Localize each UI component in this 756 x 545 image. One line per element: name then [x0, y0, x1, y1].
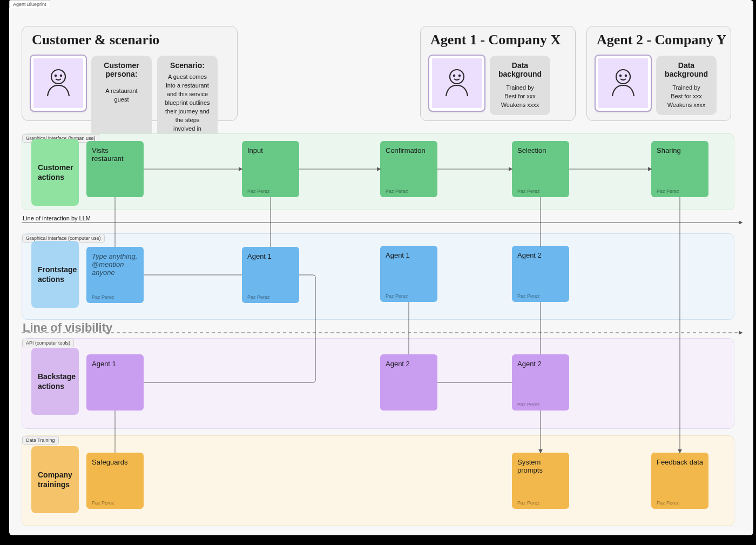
note-title: Safeguards — [92, 458, 138, 466]
frontstage-lane-label: Frontstage actions — [31, 241, 79, 308]
sticky-note[interactable]: Input Paz Perez — [242, 141, 299, 197]
customer-scenario-panel: Customer & scenario Customer persona: A … — [22, 26, 238, 121]
sticky-note[interactable]: Agent 1 Paz Perez — [242, 247, 299, 303]
backstage-lane-tag: API (computer tools) — [22, 339, 74, 347]
note-author: Paz Perez — [517, 402, 540, 407]
sticky-note[interactable]: Agent 2 Paz Perez — [512, 246, 569, 302]
svg-point-8 — [625, 75, 626, 76]
note-title: Confirmation — [386, 146, 432, 154]
sticky-note[interactable]: Agent 1 Paz Perez — [380, 246, 437, 302]
sticky-note[interactable]: Visits restaurant — [86, 141, 144, 197]
svg-point-7 — [620, 75, 621, 76]
note-author: Paz Perez — [386, 189, 408, 194]
backstage-lane-label-text: Backstage actions — [38, 372, 76, 391]
person-icon — [606, 66, 640, 100]
trainings-lane-label: Company trainings — [31, 446, 79, 513]
svg-point-4 — [454, 75, 455, 76]
svg-point-6 — [616, 70, 630, 84]
note-author: Paz Perez — [517, 500, 540, 506]
sticky-note[interactable]: Agent 2 Paz Perez — [512, 354, 569, 411]
customer-lane-label-text: Customer actions — [38, 163, 73, 182]
sticky-note[interactable]: Agent 1 — [86, 354, 144, 411]
sticky-note[interactable]: System prompts Paz Perez — [512, 453, 569, 509]
scenario-label: Scenario: — [164, 61, 211, 70]
note-title: Agent 1 — [92, 360, 138, 368]
agent2-data-label: Data background — [663, 61, 710, 78]
agent1-avatar — [429, 56, 484, 111]
note-title: Feedback data — [657, 458, 703, 466]
sticky-note[interactable]: Safeguards Paz Perez — [86, 453, 144, 509]
person-icon — [41, 66, 76, 100]
customer-persona-avatar — [31, 56, 86, 111]
note-title: Sharing — [657, 146, 703, 154]
sticky-note[interactable]: Confirmation Paz Perez — [380, 141, 437, 197]
visibility-caption: Line of visibility — [23, 321, 112, 335]
persona-label: Customer persona: — [98, 61, 145, 78]
agent1-title: Agent 1 - Company X — [430, 32, 575, 48]
note-title: System prompts — [517, 458, 564, 474]
agent2-data-body: Trained by Best for xxx Weakens xxxx — [663, 84, 710, 110]
svg-point-3 — [450, 70, 464, 84]
note-author: Paz Perez — [247, 294, 270, 300]
agent2-panel: Agent 2 - Company Y Data background Trai… — [586, 26, 731, 121]
note-title: Agent 1 — [247, 252, 294, 260]
agent2-title: Agent 2 - Company Y — [597, 32, 731, 48]
trainings-lane-tag: Data Training — [22, 436, 59, 445]
note-title: Agent 2 — [386, 360, 432, 368]
person-icon — [440, 66, 474, 100]
note-placeholder: Type anything, @mention anyone — [92, 252, 138, 277]
agent1-data-label: Data background — [496, 61, 544, 78]
interaction-caption: Line of interaction by LLM — [23, 215, 91, 221]
agent1-data-body: Trained by Best for xxx Weakens xxxx — [496, 84, 544, 110]
scenario-body: A guest comes into a restaurant and this… — [164, 73, 211, 142]
note-title: Agent 2 — [517, 251, 564, 259]
note-title: Input — [247, 146, 294, 154]
persona-body: A restaurant guest — [98, 87, 145, 104]
sticky-note[interactable]: Feedback data Paz Perez — [651, 453, 708, 509]
page-tab[interactable]: Agent Blueprint — [9, 0, 50, 8]
svg-point-1 — [55, 75, 56, 76]
note-author: Paz Perez — [386, 293, 408, 299]
note-author: Paz Perez — [517, 189, 540, 194]
note-author: Paz Perez — [247, 189, 270, 194]
note-author: Paz Perez — [517, 293, 540, 299]
svg-point-2 — [60, 75, 62, 76]
sticky-note[interactable]: Sharing Paz Perez — [651, 141, 708, 197]
customer-lane-label: Customer actions — [31, 139, 79, 206]
note-author: Paz Perez — [92, 500, 114, 506]
svg-point-5 — [459, 75, 460, 76]
sticky-note[interactable]: Selection Paz Perez — [512, 141, 569, 197]
svg-point-0 — [51, 70, 65, 84]
note-author: Paz Perez — [657, 500, 679, 506]
note-title: Agent 2 — [517, 360, 564, 368]
trainings-lane-label-text: Company trainings — [38, 470, 72, 489]
note-title: Visits restaurant — [92, 146, 138, 163]
blueprint-canvas[interactable]: Agent Blueprint Customer & scenario Cust… — [0, 0, 756, 545]
backstage-lane-label: Backstage actions — [31, 348, 79, 415]
agent1-panel: Agent 1 - Company X Data background Trai… — [420, 26, 576, 121]
sticky-note-editable[interactable]: Type anything, @mention anyone Paz Perez — [86, 247, 144, 303]
note-author: Paz Perez — [92, 294, 114, 300]
note-author: Paz Perez — [657, 189, 679, 194]
customer-scenario-title: Customer & scenario — [32, 32, 237, 48]
sticky-note[interactable]: Agent 2 — [380, 354, 437, 411]
note-title: Agent 1 — [386, 251, 432, 259]
frontstage-lane-label-text: Frontstage actions — [38, 265, 77, 284]
agent2-avatar — [596, 56, 651, 111]
note-title: Selection — [517, 146, 564, 154]
